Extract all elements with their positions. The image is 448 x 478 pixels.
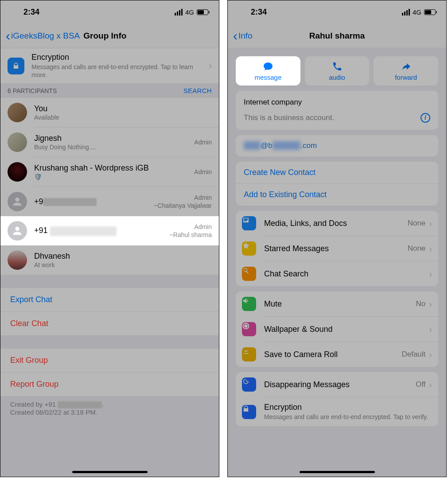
participant-role: Admin bbox=[170, 223, 212, 230]
exit-group-button[interactable]: Exit Group bbox=[0, 349, 219, 372]
network-label: 4G bbox=[413, 8, 421, 16]
phone-left: 2:34 4G ‹ iGeeksBlog x BSA Group Info En… bbox=[0, 0, 219, 477]
timer-icon bbox=[242, 377, 256, 392]
avatar bbox=[8, 162, 27, 182]
avatar bbox=[8, 132, 27, 152]
add-existing-contact-button[interactable]: Add to Existing Contact bbox=[236, 184, 438, 206]
mute-row[interactable]: Mute No › bbox=[236, 291, 438, 316]
chat-search-row[interactable]: Chat Search › bbox=[236, 261, 438, 286]
participant-role: Admin bbox=[194, 168, 212, 175]
avatar bbox=[8, 250, 27, 270]
participant-name: Krushang shah - Wordpress iGB bbox=[34, 163, 194, 173]
audio-tile[interactable]: audio bbox=[305, 56, 370, 85]
email-link[interactable]: xxxx@bxxxxxxx.com bbox=[236, 135, 438, 156]
chevron-right-icon: › bbox=[429, 269, 432, 279]
participant-row[interactable]: Krushang shah - Wordpress iGB 🛡️ Admin bbox=[0, 157, 219, 187]
network-label: 4G bbox=[185, 8, 194, 16]
participant-status: Busy Doing Nothing.... bbox=[34, 144, 194, 151]
business-card: Internet company This is a business acco… bbox=[236, 91, 438, 130]
chat-settings-section: Mute No › Wallpaper & Sound › Save to Ca… bbox=[236, 291, 438, 367]
chevron-right-icon: › bbox=[429, 324, 432, 334]
participant-role: Admin bbox=[194, 139, 212, 146]
participant-name: You bbox=[34, 104, 212, 113]
chevron-right-icon: › bbox=[429, 244, 432, 254]
signal-icon bbox=[175, 9, 183, 16]
participants-list: You Available Jignesh Busy Doing Nothing… bbox=[0, 98, 219, 216]
media-row[interactable]: Media, Links, and Docs None › bbox=[236, 211, 438, 236]
participant-alias: ~Chaitanya Vajjalwar bbox=[154, 202, 212, 209]
row-value: None bbox=[408, 244, 426, 253]
forward-icon bbox=[401, 61, 411, 72]
encryption-row[interactable]: Encryption Messages and calls are end-to… bbox=[236, 397, 438, 426]
redacted-number bbox=[43, 198, 97, 206]
encryption-sub: Messages and calls are end-to-end encryp… bbox=[31, 63, 205, 79]
clear-chat-button[interactable]: Clear Chat bbox=[0, 312, 219, 335]
row-sub: Messages and calls are end-to-end encryp… bbox=[264, 413, 432, 421]
page-title: Group Info bbox=[83, 31, 126, 41]
encryption-row[interactable]: Encryption Messages and calls are end-to… bbox=[0, 48, 219, 83]
message-icon bbox=[263, 61, 273, 72]
info-icon[interactable]: i bbox=[421, 113, 430, 123]
tile-label: audio bbox=[329, 74, 345, 81]
nav-bar: ‹ Info Rahul sharma bbox=[228, 23, 446, 48]
tile-label: forward bbox=[395, 74, 417, 81]
nav-bar: ‹ iGeeksBlog x BSA Group Info bbox=[0, 23, 219, 48]
encryption-section: Encryption Messages and calls are end-to… bbox=[0, 48, 219, 83]
participant-status: At work bbox=[34, 261, 212, 268]
participants-count: 6 PARTICIPANTS bbox=[8, 87, 57, 94]
participant-role: Admin bbox=[154, 194, 212, 201]
chevron-right-icon: › bbox=[429, 350, 432, 360]
avatar bbox=[8, 221, 27, 241]
chevron-left-icon: ‹ bbox=[6, 29, 10, 43]
business-notice: This is a business account. bbox=[244, 113, 334, 122]
email-card[interactable]: xxxx@bxxxxxxx.com bbox=[236, 135, 438, 156]
chevron-left-icon: ‹ bbox=[233, 29, 238, 43]
avatar bbox=[8, 192, 27, 211]
row-label: Wallpaper & Sound bbox=[264, 325, 425, 334]
redacted-email: xxxxxxx bbox=[273, 141, 301, 150]
participant-name: +91 bbox=[34, 226, 170, 236]
tile-label: message bbox=[254, 74, 281, 81]
status-time: 2:34 bbox=[251, 8, 267, 17]
participant-row[interactable]: Jignesh Busy Doing Nothing.... Admin bbox=[0, 128, 219, 157]
lock-icon bbox=[8, 58, 24, 74]
chevron-right-icon: › bbox=[429, 380, 432, 390]
export-chat-button[interactable]: Export Chat bbox=[0, 288, 219, 311]
back-button[interactable]: ‹ Info bbox=[228, 29, 253, 43]
phone-right: 2:34 4G ‹ Info Rahul sharma message audi… bbox=[227, 0, 447, 477]
participant-row[interactable]: +9 Admin ~Chaitanya Vajjalwar bbox=[0, 187, 219, 216]
signal-icon bbox=[402, 9, 410, 16]
speaker-icon bbox=[242, 297, 256, 311]
report-group-button[interactable]: Report Group bbox=[0, 373, 219, 396]
participant-name: +9 bbox=[34, 197, 154, 206]
chevron-right-icon: › bbox=[209, 60, 212, 72]
row-label: Save to Camera Roll bbox=[264, 350, 401, 359]
page-title: Rahul sharma bbox=[309, 31, 365, 41]
disappearing-row[interactable]: Disappearing Messages Off › bbox=[236, 372, 438, 397]
star-icon bbox=[242, 241, 256, 256]
participant-row[interactable]: You Available bbox=[0, 98, 219, 127]
back-button[interactable]: ‹ iGeeksBlog x BSA Group Info bbox=[0, 29, 126, 43]
search-link[interactable]: SEARCH bbox=[183, 87, 212, 94]
participant-badge: 🛡️ bbox=[34, 173, 194, 180]
status-bar: 2:34 4G bbox=[0, 0, 219, 23]
starred-row[interactable]: Starred Messages None › bbox=[236, 236, 438, 261]
row-label: Starred Messages bbox=[264, 244, 408, 253]
redacted-number bbox=[50, 226, 117, 236]
row-label: Mute bbox=[264, 299, 416, 309]
camera-roll-row[interactable]: Save to Camera Roll Default › bbox=[236, 342, 438, 367]
participant-row[interactable]: Dhvanesh At work bbox=[0, 245, 219, 275]
create-contact-button[interactable]: Create New Contact bbox=[236, 162, 438, 183]
row-value: Off bbox=[416, 380, 425, 389]
wallpaper-row[interactable]: Wallpaper & Sound › bbox=[236, 317, 438, 342]
media-icon bbox=[242, 216, 256, 230]
back-label: iGeeksBlog x BSA bbox=[11, 31, 80, 41]
message-tile[interactable]: message bbox=[236, 56, 300, 85]
forward-tile[interactable]: forward bbox=[374, 56, 438, 85]
battery-icon bbox=[197, 9, 208, 15]
participant-row-highlighted[interactable]: +91 Admin ~Rahul sharma bbox=[0, 216, 219, 245]
chevron-right-icon: › bbox=[429, 299, 432, 309]
participant-name: Jignesh bbox=[34, 134, 194, 143]
wallpaper-icon bbox=[242, 322, 256, 336]
status-time: 2:34 bbox=[23, 8, 39, 17]
